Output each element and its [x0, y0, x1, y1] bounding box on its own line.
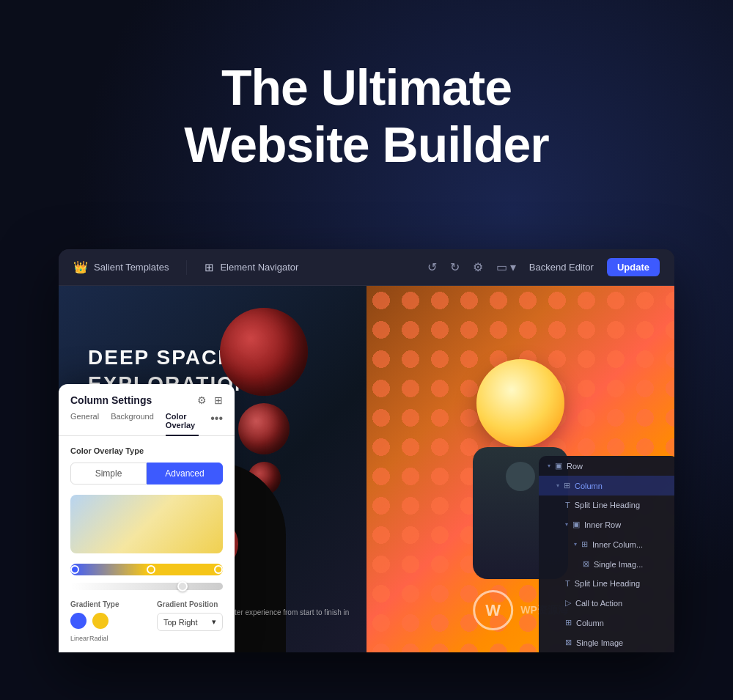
undo-btn[interactable]: ↺ — [427, 260, 437, 274]
nav-column-icon: ⊞ — [564, 481, 570, 490]
panel-header-icons: ⚙ ⊞ — [197, 394, 223, 406]
nav-inner-row-arrow: ▾ — [565, 521, 568, 528]
nav-split-icon: T — [565, 501, 570, 509]
panel-gear-icon[interactable]: ⚙ — [197, 394, 207, 406]
column-settings-panel: Column Settings ⚙ ⊞ General Background C… — [59, 384, 235, 652]
element-navigator-panel: ▾ ▣ Row ▾ ⊞ Column T Split Line Heading … — [539, 456, 674, 652]
gradient-type-group: Gradient Type Linear Radial — [70, 600, 119, 642]
color-swatches — [70, 613, 119, 629]
nav-inner-column-item[interactable]: ▾ ⊞ Inner Colum... — [539, 534, 674, 554]
layers-icon: ⊞ — [205, 261, 214, 274]
update-btn[interactable]: Update — [607, 258, 660, 276]
panel-expand-icon[interactable]: ⊞ — [214, 394, 223, 406]
gradient-stop-2[interactable] — [147, 565, 155, 574]
panel-header: Column Settings ⚙ ⊞ — [59, 384, 235, 412]
gradient-position-select[interactable]: Top Right ▾ — [157, 613, 223, 631]
backend-editor-btn[interactable]: Backend Editor — [529, 262, 594, 273]
nav-single-image-label: Single Imag... — [594, 560, 643, 569]
tab-general[interactable]: General — [70, 412, 99, 435]
nav-row-arrow: ▾ — [548, 463, 550, 469]
linear-label: Linear — [70, 635, 86, 642]
toolbar-actions: ↺ ↻ ⚙ ▭ ▾ Backend Editor Update — [427, 258, 660, 276]
monitor-dropdown-icon: ▾ — [510, 260, 516, 274]
nav-column-arrow: ▾ — [556, 482, 559, 489]
wp-logo: W — [473, 590, 513, 630]
advanced-btn[interactable]: Advanced — [147, 463, 223, 485]
gradient-alpha-track[interactable] — [70, 583, 223, 590]
hero-title: The Ultimate Website Builder — [110, 59, 623, 173]
toolbar-divider-1 — [186, 260, 187, 275]
element-navigator-btn[interactable]: ⊞ Element Navigator — [205, 261, 298, 274]
gradient-position-label: Gradient Position — [157, 600, 223, 608]
nav-cta-icon: ▷ — [565, 598, 571, 608]
nav-row-label: Row — [567, 462, 583, 471]
planet-large — [220, 308, 308, 396]
panel-title: Column Settings — [70, 394, 152, 406]
salient-templates-btn[interactable]: 👑 Salient Templates — [73, 260, 169, 274]
nav-split2-icon: T — [565, 579, 570, 588]
nav-split-line-heading2-item[interactable]: T Split Line Heading — [539, 574, 674, 593]
hero-section: The Ultimate Website Builder — [110, 59, 623, 173]
nav-call-to-action-item[interactable]: ▷ Call to Action — [539, 593, 674, 613]
swatch-radial[interactable] — [92, 613, 108, 629]
nav-single-image-item[interactable]: ⊠ Single Imag... — [539, 554, 674, 574]
panel-tabs: General Background Color Overlay ••• — [59, 412, 235, 436]
color-overlay-type-label: Color Overlay Type — [70, 446, 223, 455]
gradient-position-group: Gradient Position Top Right ▾ — [157, 600, 223, 631]
monitor-icon: ▭ — [496, 260, 507, 274]
gradient-stop-3[interactable] — [214, 565, 223, 574]
nav-split-line-heading-label: Split Line Heading — [575, 501, 640, 509]
nav-col2-icon: ⊞ — [565, 618, 572, 627]
nav-image2-icon: ⊠ — [565, 638, 572, 647]
gradient-preview — [70, 495, 223, 553]
radial-label: Radial — [89, 635, 106, 642]
nav-inner-row-label: Inner Row — [584, 520, 621, 529]
monitor-btn[interactable]: ▭ ▾ — [496, 260, 516, 274]
nav-call-to-action-label: Call to Action — [575, 599, 622, 608]
nav-row-item[interactable]: ▾ ▣ Row — [539, 456, 674, 476]
nav-inner-column-label: Inner Colum... — [592, 540, 643, 549]
gradient-footer: Gradient Type Linear Radial Gradient Pos… — [70, 600, 223, 642]
nav-image-icon: ⊠ — [583, 559, 589, 569]
nav-inner-col-arrow: ▾ — [574, 541, 577, 548]
nav-column-label: Column — [575, 482, 603, 490]
nav-inner-col-icon: ⊞ — [581, 539, 588, 549]
tab-background[interactable]: Background — [111, 412, 154, 435]
gradient-stop-1[interactable] — [70, 565, 79, 574]
nav-split-line-heading2-label: Split Line Heading — [575, 579, 640, 588]
nav-column-item[interactable]: ▾ ⊞ Column — [539, 476, 674, 495]
astronaut-helmet — [476, 359, 564, 447]
tab-more-icon[interactable]: ••• — [210, 412, 223, 435]
simple-btn[interactable]: Simple — [70, 463, 147, 485]
tab-color-overlay[interactable]: Color Overlay — [166, 412, 199, 435]
redo-btn[interactable]: ↻ — [450, 260, 460, 274]
nav-inner-row-icon: ▣ — [572, 520, 580, 529]
swatch-linear[interactable] — [70, 613, 86, 629]
main-window: 👑 Salient Templates ⊞ Element Navigator … — [59, 249, 674, 652]
nav-single-image2-item[interactable]: ⊠ Single Image — [539, 633, 674, 652]
nav-split-line-heading-item[interactable]: T Split Line Heading — [539, 495, 674, 515]
preview-area: DEEP SPACE EXPLORATION successful busine… — [59, 286, 674, 652]
planet-medium — [238, 403, 290, 454]
nav-row-icon: ▣ — [555, 461, 562, 471]
gradient-slider-track[interactable] — [70, 564, 223, 575]
swatch-labels: Linear Radial — [70, 635, 119, 642]
nav-inner-row-item[interactable]: ▾ ▣ Inner Row — [539, 515, 674, 534]
overlay-type-toggle: Simple Advanced — [70, 463, 223, 485]
astronaut-chest — [506, 462, 535, 491]
nav-column2-label: Column — [576, 619, 604, 627]
panel-body: Color Overlay Type Simple Advanced — [59, 436, 235, 652]
crown-icon: 👑 — [73, 260, 88, 274]
nav-column2-item[interactable]: ⊞ Column — [539, 613, 674, 633]
select-arrow-icon: ▾ — [212, 617, 216, 627]
toolbar: 👑 Salient Templates ⊞ Element Navigator … — [59, 249, 674, 286]
alpha-handle[interactable] — [177, 581, 188, 592]
nav-single-image2-label: Single Image — [576, 638, 623, 647]
gradient-type-label: Gradient Type — [70, 600, 119, 608]
settings-btn[interactable]: ⚙ — [473, 260, 483, 274]
